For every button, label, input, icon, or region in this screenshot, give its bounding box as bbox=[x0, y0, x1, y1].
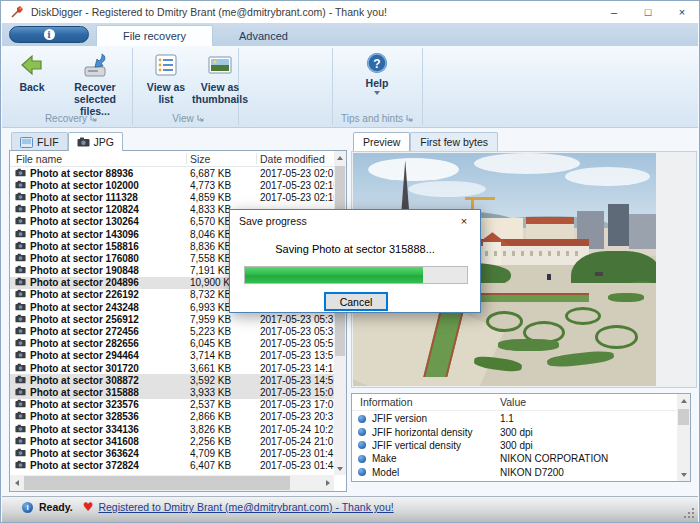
file-row[interactable]: Photo at sector 2826566,045 KB2017-05-23… bbox=[10, 338, 334, 350]
column-file-name[interactable]: File name bbox=[16, 153, 62, 165]
scroll-up-button[interactable] bbox=[334, 151, 346, 164]
file-date: 2017-05-23 20:33:32 bbox=[260, 411, 334, 422]
file-row[interactable]: Photo at sector 2569127,959 KB2017-05-23… bbox=[10, 313, 334, 325]
file-row[interactable]: Photo at sector 3728246,407 KB2017-05-23… bbox=[10, 460, 334, 472]
view-as-list-button[interactable]: View as list bbox=[142, 50, 190, 105]
file-size: 6,687 KB bbox=[190, 168, 252, 179]
flif-image-icon bbox=[20, 137, 33, 148]
file-row[interactable]: Photo at sector 1020004,773 KB2017-05-23… bbox=[10, 179, 334, 191]
camera-icon bbox=[77, 137, 90, 147]
file-row[interactable]: Photo at sector 3341363,826 KB2017-05-24… bbox=[10, 423, 334, 435]
ribbon-tab-strip: i File recovery Advanced bbox=[2, 23, 698, 46]
file-date: 2017-05-23 17:06:38 bbox=[260, 399, 334, 410]
dialog-launcher-icon[interactable] bbox=[406, 115, 413, 122]
file-row[interactable]: Photo at sector 3636244,709 KB2017-05-23… bbox=[10, 447, 334, 459]
file-size: 4,859 KB bbox=[190, 192, 252, 203]
tab-preview[interactable]: Preview bbox=[353, 132, 410, 151]
dialog-launcher-icon[interactable] bbox=[90, 115, 97, 122]
camera-icon bbox=[15, 302, 26, 313]
scroll-left-button[interactable] bbox=[10, 475, 23, 491]
horizontal-scroll-thumb[interactable] bbox=[24, 476, 290, 490]
column-value[interactable]: Value bbox=[500, 396, 526, 408]
file-date: 2017-05-23 02:10:13 bbox=[260, 180, 334, 191]
file-name: Photo at sector 372824 bbox=[30, 460, 186, 471]
camera-icon bbox=[15, 375, 26, 386]
file-row[interactable]: Photo at sector 2944643,714 KB2017-05-23… bbox=[10, 350, 334, 362]
camera-icon bbox=[15, 289, 26, 300]
app-menu-button[interactable]: i bbox=[9, 26, 89, 43]
registration-link[interactable]: Registered to Dmitry Brant (me@dmitrybra… bbox=[98, 501, 393, 513]
scroll-right-button[interactable] bbox=[321, 475, 334, 491]
info-row[interactable]: JFIF horizontal density300 dpi bbox=[352, 425, 677, 438]
info-scroll-thumb[interactable] bbox=[678, 409, 689, 425]
column-size[interactable]: Size bbox=[190, 153, 210, 165]
file-name: Photo at sector 334136 bbox=[30, 424, 186, 435]
info-row[interactable]: MakeNIKON CORPORATION bbox=[352, 452, 677, 465]
file-row[interactable]: Photo at sector 2724565,223 KB2017-05-23… bbox=[10, 325, 334, 337]
dialog-launcher-icon[interactable] bbox=[197, 115, 204, 122]
file-list-vertical-scrollbar[interactable] bbox=[334, 151, 346, 475]
help-button[interactable]: ? Help bbox=[354, 50, 400, 95]
file-row[interactable]: Photo at sector 3017203,661 KB2017-05-23… bbox=[10, 362, 334, 374]
info-bullet-icon bbox=[358, 455, 366, 463]
tab-advanced[interactable]: Advanced bbox=[213, 25, 314, 46]
info-bullet-icon bbox=[358, 441, 366, 449]
file-row[interactable]: Photo at sector 889366,687 KB2017-05-23 … bbox=[10, 167, 334, 179]
back-button[interactable]: Back bbox=[10, 50, 54, 93]
dialog-close-button[interactable]: × bbox=[448, 210, 480, 231]
camera-icon bbox=[15, 192, 26, 203]
column-information[interactable]: Information bbox=[360, 396, 413, 408]
file-name: Photo at sector 272456 bbox=[30, 326, 186, 337]
file-row[interactable]: Photo at sector 3235762,537 KB2017-05-23… bbox=[10, 399, 334, 411]
save-progress-dialog: Save progress × Saving Photo at sector 3… bbox=[229, 209, 481, 313]
tab-first-few-bytes[interactable]: First few bytes bbox=[410, 132, 498, 151]
info-bullet-icon bbox=[358, 428, 366, 436]
file-row[interactable]: Photo at sector 1113284,859 KB2017-05-23… bbox=[10, 191, 334, 203]
file-size: 3,933 KB bbox=[190, 387, 252, 398]
cancel-button[interactable]: Cancel bbox=[324, 292, 388, 311]
camera-icon bbox=[15, 216, 26, 227]
maximize-button[interactable]: □ bbox=[631, 1, 665, 23]
column-date-modified[interactable]: Date modified bbox=[260, 153, 325, 165]
info-row[interactable]: JFIF version1.1 bbox=[352, 412, 677, 425]
file-row[interactable]: Photo at sector 3088723,592 KB2017-05-23… bbox=[10, 374, 334, 386]
info-row[interactable]: Orientation1 bbox=[352, 479, 677, 481]
file-size: 2,537 KB bbox=[190, 399, 252, 410]
recover-selected-files-button[interactable]: Recover selected files... bbox=[54, 50, 136, 117]
scroll-down-button[interactable] bbox=[334, 462, 346, 475]
close-button[interactable]: × bbox=[665, 1, 699, 23]
file-size: 3,714 KB bbox=[190, 350, 252, 361]
minimize-button[interactable]: – bbox=[597, 1, 631, 23]
column-divider[interactable] bbox=[256, 153, 257, 164]
info-row[interactable]: JFIF vertical density300 dpi bbox=[352, 439, 677, 452]
window-title: DiskDigger - Registered to Dmitry Brant … bbox=[31, 6, 387, 18]
file-date: 2017-05-23 13:57:31 bbox=[260, 350, 334, 361]
info-bullet-icon bbox=[358, 415, 366, 423]
file-row[interactable]: Photo at sector 3416082,256 KB2017-05-24… bbox=[10, 435, 334, 447]
tab-jpg[interactable]: JPG bbox=[68, 132, 123, 151]
camera-icon bbox=[15, 204, 26, 215]
file-size: 6,045 KB bbox=[190, 338, 252, 349]
file-size: 7,959 KB bbox=[190, 314, 252, 325]
info-scroll-down-button[interactable] bbox=[677, 468, 690, 481]
view-as-thumbnails-button[interactable]: View as thumbnails bbox=[190, 50, 250, 105]
file-row[interactable]: Photo at sector 3285362,866 KB2017-05-23… bbox=[10, 411, 334, 423]
file-name: Photo at sector 315888 bbox=[30, 387, 186, 398]
info-value: 300 dpi bbox=[500, 427, 533, 438]
exif-info-table: Information Value JFIF version1.1JFIF ho… bbox=[351, 393, 691, 482]
info-row[interactable]: ModelNIKON D7200 bbox=[352, 466, 677, 479]
resize-grip[interactable] bbox=[683, 507, 695, 519]
info-vertical-scrollbar[interactable] bbox=[677, 394, 690, 481]
info-scroll-up-button[interactable] bbox=[677, 394, 690, 407]
column-divider[interactable] bbox=[186, 153, 187, 164]
info-rows: JFIF version1.1JFIF horizontal density30… bbox=[352, 412, 677, 481]
camera-icon bbox=[15, 326, 26, 337]
file-row[interactable]: Photo at sector 3158883,933 KB2017-05-23… bbox=[10, 386, 334, 398]
svg-text:?: ? bbox=[373, 57, 380, 71]
file-list-horizontal-scrollbar[interactable] bbox=[10, 475, 334, 491]
tab-file-recovery[interactable]: File recovery bbox=[96, 25, 213, 46]
camera-icon bbox=[15, 277, 26, 288]
group-label-view: View bbox=[138, 112, 238, 125]
file-name: Photo at sector 111328 bbox=[30, 192, 186, 203]
tab-flif[interactable]: FLIF bbox=[11, 132, 68, 151]
